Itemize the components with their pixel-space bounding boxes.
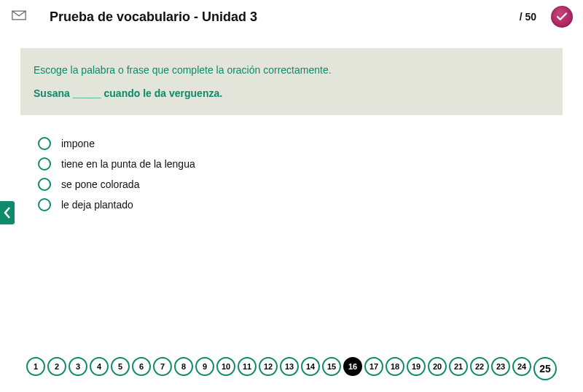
page-button-21[interactable]: 21 <box>449 357 468 376</box>
question-box: Escoge la palabra o frase que complete l… <box>20 48 563 115</box>
page-button-22[interactable]: 22 <box>470 357 489 376</box>
submit-button[interactable] <box>551 6 573 28</box>
page-button-24[interactable]: 24 <box>512 357 531 376</box>
option-label: le deja plantado <box>61 199 133 211</box>
question-sentence: Susana _____ cuando le da verguenza. <box>34 87 549 99</box>
mail-icon[interactable] <box>12 10 26 23</box>
page-button-3[interactable]: 3 <box>69 357 87 376</box>
pager: 1234567891011121314151617181920212223242… <box>0 357 583 380</box>
page-button-12[interactable]: 12 <box>259 357 278 376</box>
option-1[interactable]: tiene en la punta de la lengua <box>38 157 545 170</box>
page-button-23[interactable]: 23 <box>491 357 510 376</box>
page-button-2[interactable]: 2 <box>47 357 66 376</box>
page-button-5[interactable]: 5 <box>111 357 130 376</box>
radio-icon <box>38 178 51 191</box>
content: Escoge la palabra o frase que complete l… <box>0 31 583 211</box>
page-button-1[interactable]: 1 <box>26 357 45 376</box>
page-button-20[interactable]: 20 <box>428 357 447 376</box>
page-button-9[interactable]: 9 <box>195 357 214 376</box>
prev-nav-button[interactable] <box>0 201 15 224</box>
option-3[interactable]: le deja plantado <box>38 198 545 211</box>
page-button-15[interactable]: 15 <box>322 357 341 376</box>
page-button-11[interactable]: 11 <box>238 357 257 376</box>
page-button-next[interactable]: 25 <box>533 357 557 380</box>
question-instruction: Escoge la palabra o frase que complete l… <box>34 64 549 76</box>
page-button-13[interactable]: 13 <box>280 357 299 376</box>
page-button-16[interactable]: 16 <box>343 357 362 376</box>
radio-icon <box>38 137 51 150</box>
page-button-6[interactable]: 6 <box>132 357 151 376</box>
page-button-17[interactable]: 17 <box>364 357 383 376</box>
page-button-4[interactable]: 4 <box>90 357 109 376</box>
option-label: impone <box>61 138 95 149</box>
header: Prueba de vocabulario - Unidad 3 / 50 <box>0 0 583 31</box>
page-button-18[interactable]: 18 <box>386 357 404 376</box>
page-button-8[interactable]: 8 <box>174 357 193 376</box>
page-button-14[interactable]: 14 <box>301 357 320 376</box>
score-label: / 50 <box>520 11 536 23</box>
options-list: impone tiene en la punta de la lengua se… <box>20 115 563 211</box>
option-2[interactable]: se pone colorada <box>38 178 545 191</box>
chevron-left-icon <box>4 207 11 219</box>
page-title: Prueba de vocabulario - Unidad 3 <box>35 9 511 25</box>
option-label: tiene en la punta de la lengua <box>61 158 195 170</box>
check-icon <box>555 10 568 23</box>
option-label: se pone colorada <box>61 179 139 190</box>
radio-icon <box>38 198 51 211</box>
page-button-7[interactable]: 7 <box>153 357 172 376</box>
page-button-10[interactable]: 10 <box>216 357 235 376</box>
radio-icon <box>38 157 51 170</box>
page-button-19[interactable]: 19 <box>407 357 426 376</box>
option-0[interactable]: impone <box>38 137 545 150</box>
